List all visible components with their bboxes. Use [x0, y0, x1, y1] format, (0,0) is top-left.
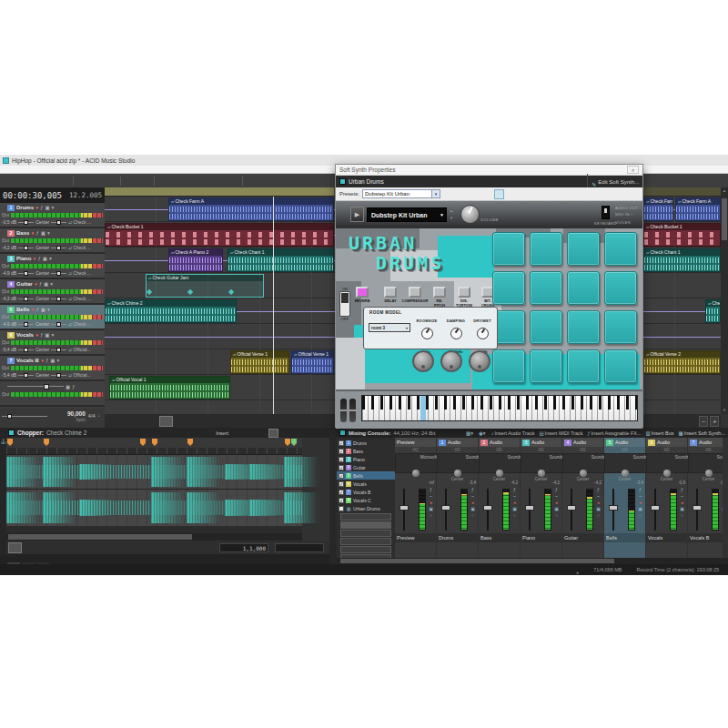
room-model-dropdown[interactable]: room 3: [369, 323, 410, 332]
filter-button[interactable]: [340, 513, 391, 521]
knob[interactable]: [477, 328, 489, 339]
mixer-scrollbar[interactable]: [337, 558, 728, 564]
channel-fx-icon[interactable]: [555, 488, 558, 492]
pitch-wheel[interactable]: [340, 399, 347, 422]
master-mute-icon[interactable]: [66, 383, 70, 390]
time-signature[interactable]: 4/4: [88, 413, 96, 419]
mixer-track-row[interactable]: 7 Vocals B: [337, 488, 395, 496]
audio-clip[interactable]: Check Chant 1: [228, 248, 334, 272]
mixer-track-row[interactable]: 5 Bells: [337, 471, 395, 480]
drum-pad[interactable]: [567, 271, 600, 305]
preview-play-button[interactable]: [350, 207, 364, 222]
channel-name-label[interactable]: Guitar: [562, 533, 603, 542]
drum-pad[interactable]: [567, 349, 600, 383]
mixer-channel-strip[interactable]: 7 Audio I/O Soundmapper Master Center -0…: [688, 438, 723, 558]
mute-icon[interactable]: [45, 331, 49, 339]
mixer-channel-strip[interactable]: 3 Audio I/O Soundmapper Master Center -4…: [521, 438, 561, 558]
volume-fader[interactable]: [525, 489, 534, 531]
io-section-label[interactable]: I/O: [604, 447, 645, 453]
copy-icon[interactable]: [91, 176, 103, 187]
mixer-track-row[interactable]: 2 Bass: [337, 447, 395, 455]
track-more-icon[interactable]: [52, 204, 55, 211]
track-more-icon[interactable]: [57, 357, 60, 364]
mixer-track-row[interactable]: 6 Vocals: [337, 480, 395, 488]
insert-bus-button[interactable]: ▥ Insert Bus: [646, 430, 674, 436]
volume-db-value[interactable]: -0,5 dB: [2, 219, 16, 225]
record-device-button[interactable]: [241, 416, 255, 427]
drum-pad[interactable]: [604, 232, 637, 266]
channel-name-label[interactable]: Piano: [521, 533, 561, 542]
fader-thumb[interactable]: [693, 505, 702, 511]
mixer-icon[interactable]: [260, 176, 272, 187]
channel-solo-icon[interactable]: [639, 513, 642, 518]
channel-header[interactable]: 6 Audio: [646, 438, 687, 447]
track-name[interactable]: Drums: [16, 205, 34, 210]
record-arm-icon[interactable]: [35, 331, 38, 339]
pan-knob[interactable]: [622, 470, 629, 477]
track-name[interactable]: Bass: [16, 230, 29, 236]
track-fx-icon[interactable]: [36, 306, 39, 313]
stop-button[interactable]: [192, 416, 206, 427]
go-to-end-button[interactable]: [225, 416, 238, 427]
repitch-button[interactable]: RE- PITCH: [433, 287, 447, 298]
clip-name-label[interactable]: Check ...: [68, 296, 91, 301]
volume-slider[interactable]: [18, 373, 34, 378]
pause-button[interactable]: [176, 416, 189, 427]
slider-thumb[interactable]: [24, 220, 28, 225]
channel-fx-icon[interactable]: [430, 488, 432, 492]
fader-thumb[interactable]: [651, 505, 660, 511]
audio-clip[interactable]: Official Verse 1: [291, 350, 334, 374]
mixer-channel-strip[interactable]: Preview I/O Microsoft Sound... -inf: [395, 438, 436, 558]
drag-handle-icon[interactable]: [2, 358, 5, 364]
undo-icon[interactable]: [125, 176, 136, 187]
chopper-marker-row[interactable]: [6, 438, 302, 448]
volume-fader[interactable]: [651, 489, 660, 531]
channel-fx-icon[interactable]: [513, 488, 516, 492]
keyboard-toggle[interactable]: [602, 206, 610, 219]
pan-slider[interactable]: [51, 322, 66, 327]
volume-db-value[interactable]: -4,2 dB: [2, 245, 16, 250]
play-from-start-button[interactable]: [143, 416, 157, 427]
channel-envelope-icon[interactable]: [639, 494, 642, 499]
mixer-channel-strip[interactable]: 5 Audio I/O Soundmapper Master Center -3…: [604, 438, 645, 558]
drag-handle-icon[interactable]: [2, 384, 5, 390]
slider-thumb[interactable]: [24, 348, 28, 352]
envelope-tool-icon[interactable]: [213, 176, 225, 187]
volume-fader[interactable]: [399, 489, 409, 531]
track-more-icon[interactable]: [47, 229, 50, 237]
record-arm-icon[interactable]: [35, 204, 38, 211]
visibility-checkbox[interactable]: [339, 506, 344, 511]
channel-envelope-icon[interactable]: [471, 494, 474, 499]
mixer-track-row[interactable]: 4 Guitar: [337, 463, 395, 471]
loop-region[interactable]: [105, 187, 334, 196]
channel-mute-icon[interactable]: [512, 507, 517, 511]
channel-record-arm-icon[interactable]: [430, 500, 432, 505]
drum-pad[interactable]: [604, 271, 637, 305]
mute-icon[interactable]: [43, 255, 47, 262]
preset-dropdown[interactable]: Dubstep Kit Urban: [362, 189, 440, 198]
channel-envelope-icon[interactable]: [681, 494, 683, 499]
master-fader[interactable]: [7, 384, 64, 389]
mixer-title-bar[interactable]: Mixing Console: 44,100 Hz; 24 Bit ▦▾ ◉▾ …: [337, 428, 728, 438]
track-header[interactable]: 1 Drums Out -0,5 dB: [0, 203, 105, 228]
channel-record-arm-icon[interactable]: [639, 500, 642, 505]
audio-clip[interactable]: Check Bucket 1: [105, 223, 334, 247]
render-preset-icon[interactable]: [481, 189, 491, 199]
track-name[interactable]: Bells: [16, 307, 29, 312]
clip-name-label[interactable]: Check ...: [68, 270, 91, 276]
chopper-loop-button[interactable]: [8, 542, 22, 553]
audio-clip[interactable]: Check Farm A: [643, 197, 673, 221]
track-fx-icon[interactable]: [40, 204, 43, 211]
synth-automation-icon[interactable]: [575, 177, 584, 186]
master-fx-icon[interactable]: [72, 383, 75, 390]
channel-name-label[interactable]: Bass: [479, 533, 520, 542]
record-arm-icon[interactable]: [33, 255, 35, 262]
separator[interactable]: [152, 176, 157, 187]
track-name[interactable]: Guitar: [16, 281, 33, 287]
channel-envelope-icon[interactable]: [555, 494, 558, 499]
pan-slider[interactable]: [51, 220, 66, 225]
chopper-waveform[interactable]: [6, 455, 302, 526]
audio-clip[interactable]: Official Verse 1: [230, 350, 289, 374]
selection-start-value[interactable]: 1,1,000: [219, 543, 268, 552]
mixer-view-button[interactable]: ▦▾: [466, 430, 474, 436]
